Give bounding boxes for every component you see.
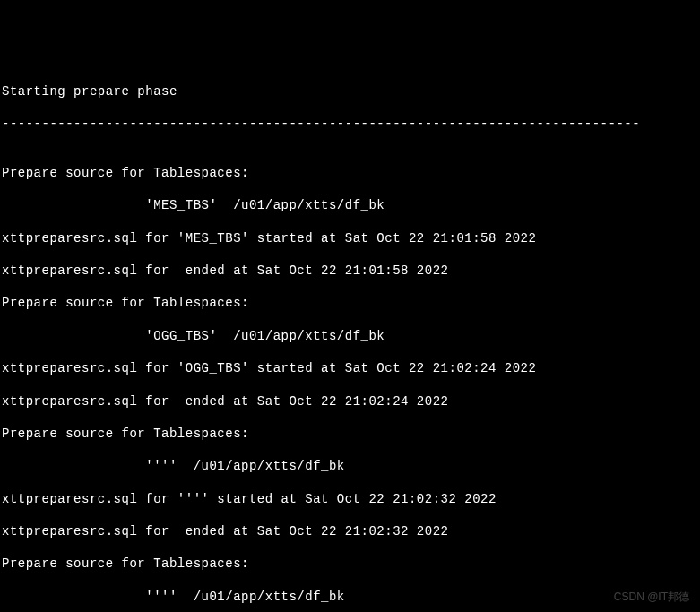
divider: ----------------------------------------… [2,116,698,132]
line: xttpreparesrc.sql for 'OGG_TBS' started … [2,360,698,376]
watermark: CSDN @IT邦德 [614,590,689,605]
line: Prepare source for Tablespaces: [2,295,698,311]
terminal-output: Starting prepare phase -----------------… [2,67,698,612]
line: xttpreparesrc.sql for 'MES_TBS' started … [2,230,698,246]
line: xttpreparesrc.sql for ended at Sat Oct 2… [2,393,698,409]
line: xttpreparesrc.sql for ended at Sat Oct 2… [2,263,698,279]
line: Prepare source for Tablespaces: [2,556,698,572]
line: '''' /u01/app/xtts/df_bk [2,458,698,474]
line: Prepare source for Tablespaces: [2,426,698,442]
line: '''' /u01/app/xtts/df_bk [2,589,698,605]
line: Prepare source for Tablespaces: [2,165,698,181]
line: 'MES_TBS' /u01/app/xtts/df_bk [2,197,698,213]
line: Starting prepare phase [2,83,698,99]
line: xttpreparesrc.sql for '''' started at Sa… [2,491,698,507]
line: xttpreparesrc.sql for ended at Sat Oct 2… [2,523,698,539]
line: 'OGG_TBS' /u01/app/xtts/df_bk [2,328,698,344]
